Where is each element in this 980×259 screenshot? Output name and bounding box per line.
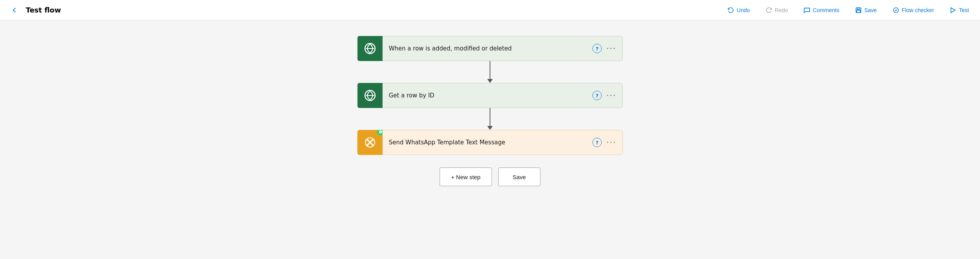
step1-actions: ? ··· bbox=[592, 44, 616, 53]
svg-point-15 bbox=[372, 144, 374, 146]
step2-actions: ? ··· bbox=[592, 91, 616, 100]
step-card-2[interactable]: Get a row by ID ? ··· bbox=[357, 83, 623, 108]
step2-icon-wrap bbox=[358, 83, 383, 108]
flow-canvas: When a row is added, modified or deleted… bbox=[0, 20, 980, 259]
step1-help-button[interactable]: ? bbox=[592, 44, 602, 53]
step3-label: Send WhatsApp Template Text Message bbox=[383, 139, 592, 146]
comments-label: Comments bbox=[813, 7, 839, 13]
test-button[interactable]: Test bbox=[946, 5, 972, 15]
connector-arrow-2 bbox=[487, 126, 493, 130]
topbar: Test flow Undo Redo Comments bbox=[0, 0, 980, 20]
redo-label: Redo bbox=[775, 7, 788, 13]
new-step-label: + New step bbox=[451, 174, 480, 180]
dataverse-icon-2 bbox=[362, 88, 378, 103]
step1-label: When a row is added, modified or deleted bbox=[383, 45, 592, 52]
connector-2 bbox=[487, 108, 493, 130]
twilio-icon bbox=[362, 135, 378, 150]
flow-checker-button[interactable]: Flow checker bbox=[889, 5, 937, 15]
redo-button[interactable]: Redo bbox=[762, 5, 791, 15]
flow-container: When a row is added, modified or deleted… bbox=[357, 36, 623, 186]
svg-point-14 bbox=[367, 144, 369, 146]
back-button[interactable] bbox=[8, 5, 21, 15]
save-button[interactable]: Save bbox=[498, 167, 540, 186]
svg-rect-2 bbox=[857, 10, 860, 13]
step2-label: Get a row by ID bbox=[383, 92, 592, 99]
comments-button[interactable]: Comments bbox=[800, 5, 842, 15]
step2-more-button[interactable]: ··· bbox=[606, 92, 616, 99]
connector-line-2 bbox=[490, 108, 490, 126]
connector-1 bbox=[487, 61, 493, 83]
undo-label: Undo bbox=[737, 7, 749, 13]
connector-arrow-1 bbox=[487, 79, 493, 83]
new-step-button[interactable]: + New step bbox=[440, 167, 492, 186]
step1-icon-wrap bbox=[358, 36, 383, 61]
topbar-left: Test flow bbox=[8, 5, 724, 15]
step1-more-button[interactable]: ··· bbox=[606, 45, 616, 52]
connector-line-1 bbox=[490, 61, 490, 79]
undo-button[interactable]: Undo bbox=[724, 5, 753, 15]
svg-rect-1 bbox=[857, 7, 859, 9]
save-topbar-button[interactable]: Save bbox=[852, 5, 880, 15]
step3-more-button[interactable]: ··· bbox=[606, 138, 616, 146]
flow-checker-label: Flow checker bbox=[902, 7, 934, 13]
dataverse-icon-1 bbox=[362, 41, 378, 56]
step2-help-button[interactable]: ? bbox=[592, 91, 602, 100]
step-card-3[interactable]: Send WhatsApp Template Text Message ? ··… bbox=[357, 130, 623, 155]
save-label: Save bbox=[513, 174, 526, 180]
svg-point-13 bbox=[372, 139, 374, 141]
save-topbar-label: Save bbox=[864, 7, 877, 13]
whatsapp-badge bbox=[377, 130, 383, 135]
step3-help-button[interactable]: ? bbox=[592, 138, 602, 147]
step3-icon-wrap bbox=[358, 130, 383, 155]
step-card-1[interactable]: When a row is added, modified or deleted… bbox=[357, 36, 623, 61]
test-label: Test bbox=[959, 7, 969, 13]
flow-title: Test flow bbox=[26, 6, 61, 14]
svg-point-12 bbox=[367, 139, 369, 141]
topbar-actions: Undo Redo Comments Save bbox=[724, 5, 972, 15]
bottom-buttons: + New step Save bbox=[440, 167, 540, 186]
step3-actions: ? ··· bbox=[592, 138, 616, 147]
